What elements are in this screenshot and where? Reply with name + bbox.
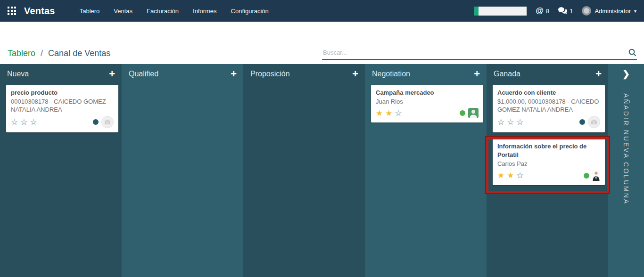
add-card-icon[interactable]: +	[352, 70, 358, 78]
column-header: Ganada +	[487, 69, 608, 78]
star-icon[interactable]: ☆	[11, 118, 18, 126]
star-icon[interactable]: ☆	[20, 118, 27, 126]
menu-item-informes[interactable]: Informes	[193, 8, 217, 15]
menu-item-tablero[interactable]: Tablero	[80, 8, 100, 15]
star-icon[interactable]: ☆	[395, 109, 402, 117]
column-title[interactable]: Ganada	[494, 70, 520, 78]
menu-item-facturacion[interactable]: Facturación	[147, 8, 179, 15]
apps-grid-icon[interactable]	[8, 7, 17, 16]
column-title[interactable]: Qualified	[129, 70, 158, 78]
kanban-column-nueva: Nueva + precio producto 00010308178 - CA…	[0, 64, 122, 277]
avatar-person-icon	[468, 108, 479, 118]
breadcrumb-link-tablero[interactable]: Tablero	[8, 49, 35, 58]
add-card-icon[interactable]: +	[109, 70, 115, 78]
page-title: Canal de Ventas	[48, 49, 110, 58]
kanban-card[interactable]: Acuerdo con cliente $1,000.00, 000103081…	[493, 85, 605, 132]
at-activities-icon: @	[536, 6, 544, 16]
messages-menu[interactable]: 1	[558, 7, 573, 15]
app-brand[interactable]: Ventas	[24, 6, 55, 16]
breadcrumb: Tablero / Canal de Ventas	[8, 49, 110, 58]
kanban-column-negotiation: Negotiation + Campaña mercadeo Juan Rios…	[365, 64, 487, 277]
main-menu: Tablero Ventas Facturación Informes Conf…	[80, 8, 269, 15]
add-card-icon[interactable]: +	[595, 70, 602, 78]
column-title[interactable]: Proposición	[250, 70, 290, 78]
star-icon[interactable]: ☆	[497, 118, 504, 126]
column-header: Qualified +	[122, 69, 243, 78]
menu-item-configuracion[interactable]: Configuración	[231, 8, 269, 15]
kanban-column-ganada: Ganada + Acuerdo con cliente $1,000.00, …	[487, 64, 608, 277]
top-navbar: Ventas Tablero Ventas Facturación Inform…	[0, 0, 644, 22]
activities-count: 8	[546, 8, 549, 15]
activity-status-dot[interactable]	[584, 173, 589, 179]
avatar-placeholder-camera-icon	[588, 116, 600, 128]
user-name: Administrator	[594, 8, 631, 15]
add-card-icon[interactable]: +	[474, 70, 480, 78]
priority-stars: ★ ★ ☆	[497, 171, 524, 179]
card-subtitle: 00010308178 - CAICEDO GOMEZ NATALIA ANDR…	[11, 98, 114, 114]
caret-down-icon: ▾	[634, 8, 636, 14]
user-menu[interactable]: Administrator ▾	[582, 6, 636, 16]
control-panel: Tablero / Canal de Ventas CREAR Filtros …	[0, 22, 644, 64]
search-input[interactable]	[322, 47, 637, 60]
card-title: precio producto	[11, 89, 114, 97]
priority-stars: ☆ ☆ ☆	[497, 118, 524, 126]
activity-status-dot[interactable]	[93, 119, 99, 125]
activity-status-dot[interactable]	[579, 119, 585, 125]
messages-count: 1	[570, 8, 573, 15]
menu-item-ventas[interactable]: Ventas	[114, 8, 132, 15]
kanban-card-highlighted[interactable]: Información sobre el precio de Portatil …	[493, 138, 605, 185]
search-bar	[322, 47, 637, 60]
kanban-card[interactable]: Campaña mercadeo Juan Rios ★ ★ ☆	[371, 85, 483, 122]
chat-bubbles-icon	[558, 7, 567, 15]
breadcrumb-separator: /	[41, 49, 43, 58]
avatar-placeholder-camera-icon	[101, 116, 114, 128]
activity-status-dot[interactable]	[460, 110, 465, 116]
card-subtitle: $1,000.00, 00010308178 - CAICEDO GOMEZ N…	[497, 98, 600, 114]
column-header: Negotiation +	[365, 69, 487, 78]
column-header: Proposición +	[243, 69, 365, 78]
chevron-right-icon[interactable]: ❯	[608, 68, 644, 79]
card-title: Acuerdo con cliente	[497, 89, 600, 97]
avatar-photo	[592, 170, 600, 181]
card-title: Campaña mercadeo	[376, 89, 479, 97]
add-column-strip: ❯ AÑADIR NUEVA COLUMNA	[608, 64, 644, 277]
activities-menu[interactable]: @ 8	[536, 6, 549, 16]
search-icon[interactable]	[628, 48, 637, 57]
star-icon[interactable]: ☆	[30, 118, 37, 126]
priority-stars: ☆ ☆ ☆	[11, 118, 37, 126]
company-name-redacted[interactable]	[474, 7, 527, 16]
star-icon[interactable]: ☆	[517, 118, 524, 126]
star-icon[interactable]: ★	[385, 109, 392, 117]
column-title[interactable]: Nueva	[7, 70, 29, 78]
star-icon[interactable]: ★	[507, 171, 514, 179]
star-icon[interactable]: ★	[497, 171, 504, 179]
kanban-column-qualified: Qualified +	[122, 64, 243, 277]
kanban-card[interactable]: precio producto 00010308178 - CAICEDO GO…	[6, 85, 118, 132]
star-icon[interactable]: ☆	[507, 118, 514, 126]
kanban-board: Nueva + precio producto 00010308178 - CA…	[0, 64, 644, 277]
add-card-icon[interactable]: +	[231, 70, 237, 78]
navbar-right: @ 8 1 Administrator ▾	[474, 6, 636, 16]
card-subtitle: Juan Rios	[376, 98, 479, 106]
kanban-column-proposicion: Proposición +	[243, 64, 365, 277]
user-avatar	[582, 6, 591, 16]
add-column-button[interactable]: AÑADIR NUEVA COLUMNA	[622, 93, 630, 205]
card-subtitle: Carlos Paz	[497, 160, 600, 168]
star-icon[interactable]: ☆	[517, 171, 524, 179]
star-icon[interactable]: ★	[376, 109, 383, 117]
card-title: Información sobre el precio de Portatil	[497, 142, 600, 159]
priority-stars: ★ ★ ☆	[376, 109, 402, 117]
column-header: Nueva +	[0, 69, 122, 78]
column-title[interactable]: Negotiation	[372, 70, 410, 78]
